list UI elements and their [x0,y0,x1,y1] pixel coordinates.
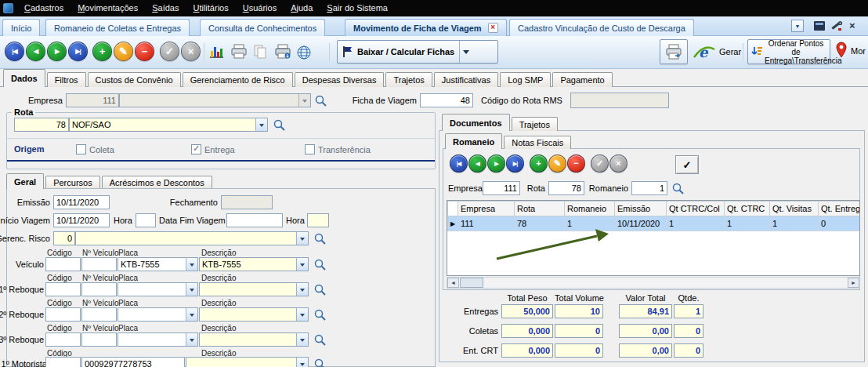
reboque3-codigo-field[interactable] [45,332,81,347]
doc-romaneio-field[interactable]: 1 [631,181,667,195]
veiculo-placa-combo[interactable]: KTB-7555 [118,257,198,271]
scroll-left-icon[interactable]: ◄ [447,278,459,288]
scrollbar-thumb[interactable] [460,278,483,288]
grid-cell[interactable]: 10/11/2020 [615,216,667,231]
tab-custos-convenio[interactable]: Custos de Convênio [88,72,181,87]
menu-saidas[interactable]: Saídas [145,0,186,16]
baixar-dropdown[interactable] [459,41,472,63]
reboque1-codigo-field[interactable] [45,282,81,296]
emissao-field[interactable]: 10/11/2020 [53,195,110,209]
print-fichas-button[interactable] [660,39,688,64]
insert-button[interactable]: + [92,42,112,61]
tab-consulta-conhecimentos[interactable]: Consulta de Conhecimentos [200,19,325,36]
chart-icon[interactable] [208,44,225,59]
map-pin-icon[interactable] [835,42,848,58]
doc-edit-button[interactable]: ✎ [548,154,566,173]
veiculo-descricao-combo[interactable]: KTB-7555 [199,257,309,271]
transferencia-checkbox[interactable] [305,144,315,154]
romaneio-grid[interactable]: Empresa Rota Romaneio Emissão Qt CTRC/Co… [447,200,860,276]
globe-icon[interactable] [296,45,312,60]
grid-col-qtvisitas[interactable]: Qt. Visitas [770,202,819,216]
grid-col-qtctrc[interactable]: Qt. CTRC [725,202,770,216]
gerar-nfe-button[interactable]: e Gerar [693,39,741,64]
reboque3-descricao-combo[interactable] [199,332,309,347]
grid-row[interactable]: ▶ 111 78 1 10/11/2020 1 1 1 0 [448,216,861,231]
tab-despesas-diversas[interactable]: Despesas Diversas [295,72,385,87]
first-record-button[interactable]: |◀ [5,42,24,61]
grid-hscrollbar[interactable]: ◄ ► [447,277,860,289]
menu-movimentacoes[interactable]: Movimentações [71,0,145,16]
tab-romaneio-coletas[interactable]: Romaneio de Coletas e Entregas [45,19,190,36]
doc-insert-button[interactable]: + [530,154,548,173]
tab-romaneio[interactable]: Romaneio [445,133,502,149]
inicio-viagem-field[interactable]: 10/11/2020 [53,213,110,227]
tab-geral[interactable]: Geral [6,173,44,189]
grid-cell[interactable]: 78 [515,216,565,231]
tab-log-smp[interactable]: Log SMP [500,72,551,87]
tab-acrescimos[interactable]: Acréscimos e Descontos [102,176,212,189]
motorista-descricao-combo[interactable] [186,357,309,367]
prior-record-button[interactable]: ◀ [26,42,45,61]
reboque1-descricao-combo[interactable] [199,282,309,296]
last-record-button[interactable]: ▶| [68,42,88,61]
doc-cancel-button[interactable]: × [609,154,627,173]
doc-last-button[interactable]: ▶| [506,154,524,173]
doc-rota-field[interactable]: 78 [548,181,584,195]
reboque3-placa-combo[interactable] [118,332,198,347]
reboque1-numero-field[interactable] [81,282,117,296]
reboque1-search-icon[interactable] [313,283,327,296]
rota-combo[interactable]: NOF/SAO [69,118,268,132]
reboque1-placa-combo[interactable] [118,282,198,296]
rota-code-field[interactable]: 78 [14,118,69,132]
reboque2-placa-combo[interactable] [118,307,198,322]
rota-search-icon[interactable] [273,118,286,132]
tab-movimento-ficha-viagem[interactable]: Movimento de Ficha de Viagem × [345,19,507,36]
data-fim-field[interactable] [226,213,283,227]
tab-documentos[interactable]: Documentos [442,114,510,131]
gerenc-risco-code-field[interactable]: 0 [53,231,75,245]
tab-notas-fiscais[interactable]: Notas Fiscais [504,136,571,149]
next-record-button[interactable]: ▶ [47,42,67,61]
grid-col-qtentregue[interactable]: Qt. Entregue [819,202,861,216]
mor-label[interactable]: Mor [851,46,866,56]
confirm-button[interactable]: ✓ [160,42,179,61]
grid-col-rota[interactable]: Rota [515,202,565,216]
reboque2-search-icon[interactable] [313,308,327,322]
menu-cadastros[interactable]: Cadastros [17,0,71,16]
confirm-romaneio-button[interactable]: ✓ [675,155,699,174]
tab-list-dropdown-icon[interactable]: ▼ [791,20,804,32]
grid-cell[interactable]: 1 [565,216,615,231]
doc-search-icon[interactable] [671,182,685,195]
coleta-checkbox[interactable] [76,144,86,154]
motorista-search-icon[interactable] [313,358,327,367]
ficha-viagem-field[interactable]: 48 [420,93,473,107]
grid-col-empresa[interactable]: Empresa [458,202,515,216]
baixar-calcular-fichas-button[interactable]: Baixar / Calcular Fichas [337,40,498,64]
menu-sair[interactable]: Sair do Sistema [320,0,395,16]
grid-col-qtctrccol[interactable]: Qt CTRC/Col [667,202,725,216]
grid-col-emissao[interactable]: Emissão [615,202,667,216]
copy-icon[interactable] [252,44,268,60]
reboque2-descricao-combo[interactable] [199,307,309,322]
grid-cell[interactable]: 1 [667,216,725,231]
window-icon[interactable] [813,20,826,31]
menu-ajuda[interactable]: Ajuda [284,0,320,16]
doc-delete-button[interactable]: − [567,154,585,173]
print-icon[interactable] [230,44,248,60]
hora-inicio-field[interactable] [136,213,156,227]
empresa-search-icon[interactable] [314,94,327,107]
tab-inicio[interactable]: Início [2,19,40,36]
gerenc-risco-combo[interactable] [75,231,309,245]
edit-button[interactable]: ✎ [114,42,133,61]
cancel-button[interactable]: × [181,42,201,61]
tab-percursos[interactable]: Percursos [45,176,100,189]
grid-cell[interactable]: 1 [770,216,819,231]
doc-prior-button[interactable]: ◀ [468,154,486,173]
delete-button[interactable]: − [135,42,154,61]
tab-filtros[interactable]: Filtros [47,72,86,87]
tab-pagamento[interactable]: Pagamento [552,72,612,87]
grid-cell[interactable]: 111 [458,216,515,231]
veiculo-search-icon[interactable] [313,258,327,271]
close-tab-icon[interactable]: × [488,23,498,33]
grid-col-romaneio[interactable]: Romaneio [565,202,615,216]
